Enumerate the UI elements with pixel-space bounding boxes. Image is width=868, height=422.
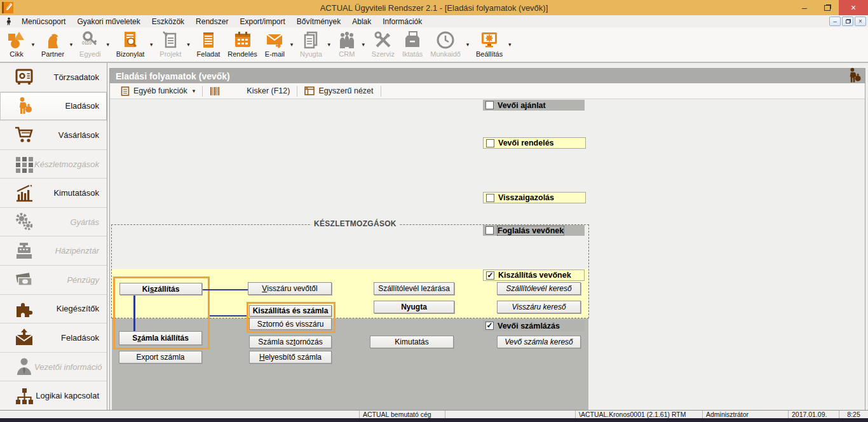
menu-group-icon [5,17,13,25]
toolbar-item-iktatas[interactable]: Iktatás [398,27,426,58]
export-szamla-button[interactable]: Export számla [119,351,202,364]
kimutatas-button[interactable]: Kimutatás [370,336,454,348]
sidebar-item-vasarlasok[interactable]: Vásárlások [0,121,107,150]
sidebar-item-logikai-kapcsolat[interactable]: Logikai kapcsolat [0,381,107,410]
bottom-edge-strip [0,418,868,422]
toolbar-item-munkaido[interactable]: Munkaidő [426,27,464,58]
menu-eszkozok[interactable]: Eszközök [146,17,190,26]
toolbar-item-email[interactable]: E-mail [261,27,288,58]
separator [381,86,381,97]
menu-ablak[interactable]: Ablak [346,17,377,26]
vevo-szamla-kereso-button[interactable]: Vevő számla kereső [497,336,581,348]
checkbox-vevoi-rendeles[interactable] [486,139,494,147]
mdi-restore-button[interactable] [842,17,853,26]
list-icon [121,86,130,96]
projekt-icon [161,31,180,50]
szallitolevel-kereso-button[interactable]: Szállítólevél kereső [497,282,581,295]
gears-icon [14,212,34,232]
status-company: ACTUAL bemutató cég [359,411,445,418]
szamla-sztornozas-button[interactable]: Számla sztornózás [249,336,332,348]
action-bar: Egyéb funkciók ▾ Kisker (F12) Egyszerű n… [110,83,865,99]
checkbox-visszaigazolas[interactable] [486,194,494,202]
email-dropdown-arrow[interactable]: ▾ [288,41,295,48]
szamla-kiallitas-button[interactable]: Számla kiállítás [119,331,202,345]
nyugta-button[interactable]: Nyugta [374,301,454,313]
partner-dropdown-arrow[interactable]: ▾ [67,41,75,48]
checkbox-row-visszaigazolas[interactable]: Visszaigazolás [483,192,586,203]
toolbar-item-szerviz[interactable]: Szerviz [367,27,398,58]
checkbox-row-vevoi-ajanlat[interactable]: Vevői ajánlat [483,100,585,111]
egyeb-funkciok-button[interactable]: Egyéb funkciók ▾ [114,83,202,99]
egyszeru-nezet-button[interactable]: Egyszerű nézet [297,83,380,99]
bizonylat-dropdown-arrow[interactable]: ▾ [147,41,155,48]
checkbox-kiszallitas-vevonek[interactable]: ✓ [486,271,494,280]
cikk-dropdown-arrow[interactable]: ▾ [29,41,37,48]
menu-gyakori-muveletek[interactable]: Gyakori műveletek [71,17,146,26]
checkbox-vevoi-ajanlat[interactable] [485,101,494,109]
puzzle-icon [14,299,34,319]
close-button[interactable]: × [839,0,868,15]
toolbar-item-beallitas[interactable]: Beállítás [471,27,506,58]
menu-rendszer[interactable]: Rendszer [190,17,234,26]
toolbar-item-projekt[interactable]: Projekt [155,27,184,58]
sidebar-item-eladasok[interactable]: Eladások [0,92,107,121]
status-time: 8:25 [839,411,868,418]
nyugta-dropdown-arrow[interactable]: ▾ [325,41,333,48]
checkbox-foglalas-vevonek[interactable] [485,226,494,235]
kiszallitas-es-szamla-button[interactable]: Kiszállítás és számla [249,305,332,316]
email-icon [265,31,284,50]
connector-to-kiszallitas-es-szamla [210,315,247,316]
menu-menucsoport[interactable]: Menücsoport [16,17,71,26]
sidebar-item-vezetoi-informacio[interactable]: Vezetői információ [0,353,107,382]
menu-bar: Menücsoport Gyakori műveletek Eszközök R… [0,15,868,27]
visszaru-kereso-button[interactable]: Visszáru kereső [497,301,581,313]
menu-export-import[interactable]: Export/import [234,17,290,26]
sztorno-es-visszaru-button[interactable]: Sztornó és visszáru [249,318,332,330]
projekt-dropdown-arrow[interactable]: ▾ [185,41,193,48]
sidebar-item-kimutatasok[interactable]: Kimutatások [0,179,107,208]
szallitolevel-lezarasa-button[interactable]: Szállítólevél lezárása [374,282,454,295]
rendeles-icon [233,31,252,50]
mdi-minimize-button[interactable]: – [829,17,841,26]
crm-dropdown-arrow[interactable]: ▾ [360,41,367,48]
visszaru-vevotol-button[interactable]: Visszáru vevőtől [248,282,332,295]
menu-informaciok[interactable]: Információk [377,17,428,26]
checkbox-row-kiszallitas-vevonek[interactable]: ✓ Kiszállítás vevőnek [483,269,585,281]
checkbox-row-vevoi-szamlazas[interactable]: ✓ Vevői számlázás [483,320,585,331]
page-title: Eladási folyamatok (vevők) [116,71,230,81]
kiszallitas-button[interactable]: Kiszállítás [119,283,202,295]
sidebar-item-gyartas[interactable]: Gyártás [0,208,107,237]
status-bar: ACTUAL bemutató cég \ACTUAL.Kronos0001 (… [0,410,868,418]
toolbar-item-bizonylat[interactable]: Bizonylat [112,27,148,58]
toolbar-item-egyedi[interactable]: 0110 Egyedi [75,27,104,58]
kisker-button[interactable]: Kisker (F12) [203,83,297,99]
mdi-restore-icon [846,20,850,24]
toolbar-item-crm[interactable]: CRM [333,27,360,58]
toolbar-item-rendeles[interactable]: Rendelés [223,27,260,58]
munkaido-dropdown-arrow[interactable]: ▾ [464,41,471,48]
crm-icon [337,31,356,50]
sidebar-item-torzsadatok[interactable]: Törzsadatok [0,63,107,92]
checkbox-row-foglalas-vevonek[interactable]: Foglalás vevőnek [483,225,585,236]
sidebar-item-penzugy[interactable]: Pénzügy [0,266,107,295]
sidebar-item-keszletmozgasok[interactable]: Készletmozgások [0,150,107,179]
minimize-button[interactable]: – [793,0,816,15]
mdi-close-button[interactable]: × [855,17,866,26]
mdi-window-controls: – × [829,17,866,26]
toolbar-item-nyugta[interactable]: Nyugta [295,27,325,58]
sidebar-item-hazipenztar[interactable]: Házipénztár [0,236,107,266]
helyesbito-szamla-button[interactable]: Helyesbítő számla [249,351,332,364]
toolbar-item-feladat[interactable]: Feladat [193,27,224,58]
egyedi-dropdown-arrow[interactable]: ▾ [104,41,112,48]
checkbox-vevoi-szamlazas[interactable]: ✓ [485,322,494,330]
menu-bovitmenyek[interactable]: Bővítmények [291,17,346,26]
simple-view-icon [304,86,315,95]
restore-button[interactable] [816,0,839,15]
checkbox-row-vevoi-rendeles[interactable]: Vevői rendelés [483,137,586,149]
bar-chart-icon [14,183,34,203]
sidebar-item-kiegeszitok[interactable]: Kiegészítők [0,295,107,324]
sidebar-item-feladasok[interactable]: Feladások [0,323,107,353]
beallitas-dropdown-arrow[interactable]: ▾ [506,41,513,48]
toolbar-item-partner[interactable]: Partner [37,27,67,58]
toolbar-item-cikk[interactable]: Cikk [3,27,29,58]
